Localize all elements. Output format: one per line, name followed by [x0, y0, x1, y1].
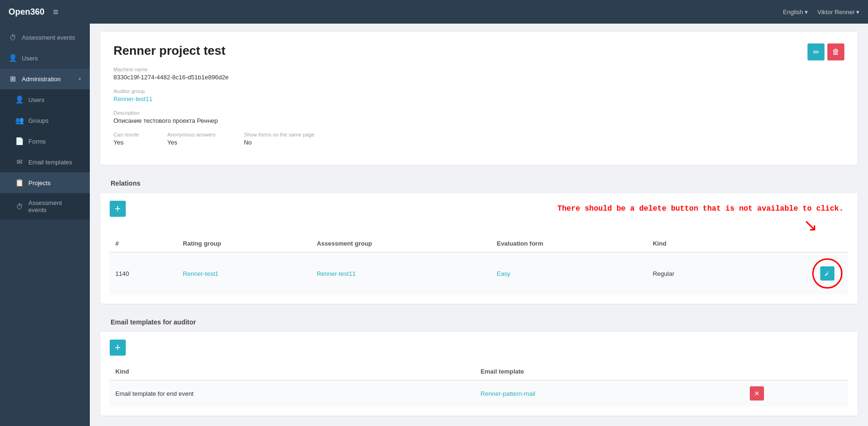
cell-row-actions	[736, 252, 848, 294]
col-email-template: Email template	[475, 363, 744, 380]
cell-evaluation-form[interactable]: Easy	[491, 252, 647, 294]
user-label: Viktor Renner	[817, 9, 855, 16]
can-revote-label: Can revote	[113, 132, 139, 137]
sidebar-item-forms-sub[interactable]: 📄 Forms	[0, 131, 90, 152]
col-hash: #	[110, 235, 177, 252]
user-menu[interactable]: Viktor Renner ▾	[817, 9, 859, 16]
sidebar-item-label: Users	[28, 96, 81, 103]
document-icon: 📄	[15, 137, 24, 145]
add-email-template-button[interactable]: +	[110, 340, 126, 356]
page-title: Renner project test	[113, 43, 226, 58]
grid-icon: ⊞	[9, 75, 17, 83]
col-kind: Kind	[110, 363, 475, 380]
chevron-down-icon: ▾	[78, 76, 81, 82]
col-assessment-group: Assessment group	[311, 235, 491, 252]
clock-icon: ⏱	[9, 34, 17, 42]
edit-project-button[interactable]: ✏	[807, 43, 825, 60]
show-forms-value: No	[244, 139, 314, 146]
relations-table: # Rating group Assessment group Evaluati…	[110, 235, 848, 294]
user-icon: 👤	[9, 54, 17, 62]
can-revote-value: Yes	[113, 139, 139, 146]
edit-relation-button[interactable]	[820, 266, 834, 281]
show-forms-label: Show forms on the same page	[244, 132, 314, 137]
project-actions: ✏ 🗑	[807, 43, 844, 60]
table-row: 1140 Renner-test1 Renner-test11 Easy Reg…	[110, 252, 848, 294]
col-actions	[736, 235, 848, 252]
language-selector[interactable]: English ▾	[783, 9, 808, 16]
language-arrow-icon: ▾	[805, 9, 808, 16]
col-evaluation-form: Evaluation form	[491, 235, 647, 252]
email-icon: ✉	[15, 158, 24, 166]
sidebar-item-projects-sub[interactable]: 📋 Projects	[0, 172, 90, 193]
cell-kind: Regular	[647, 252, 736, 294]
project-card: Renner project test ✏ 🗑 Machine name 833…	[100, 32, 858, 165]
language-label: English	[783, 9, 803, 16]
sidebar-item-label: Assessment events	[28, 199, 81, 213]
sidebar-item-label: Assessment events	[22, 34, 81, 41]
sidebar-item-label: Users	[22, 55, 81, 62]
sidebar-item-label: Groups	[28, 117, 81, 124]
description-label: Description	[113, 110, 844, 116]
col-actions	[744, 363, 848, 380]
sidebar-item-assessment-events-sub[interactable]: ⏱ Assessment events	[0, 193, 90, 220]
relations-section-header: Relations	[100, 173, 858, 193]
sidebar-item-label: Forms	[28, 138, 81, 145]
email-templates-section-card: + Kind Email template Email template for…	[100, 332, 858, 416]
cell-actions: ✕	[744, 380, 848, 406]
sidebar-item-label: Projects	[28, 179, 81, 187]
sidebar: ⏱ Assessment events 👤 Users ⊞ Administra…	[0, 24, 90, 426]
user-arrow-icon: ▾	[856, 9, 859, 16]
sidebar-item-label: Administration	[22, 76, 74, 83]
anonymous-answers-value: Yes	[167, 139, 216, 146]
delete-email-template-button[interactable]: ✕	[750, 386, 764, 400]
annotation-text: There should be a delete button that is …	[557, 201, 843, 215]
sidebar-item-assessment-events-top[interactable]: ⏱ Assessment events	[0, 27, 90, 48]
col-rating-group: Rating group	[177, 235, 311, 252]
auditor-group-value[interactable]: Renner-test11	[113, 95, 844, 102]
anonymous-answers-label: Anonymous answers	[167, 132, 216, 137]
user-icon: 👤	[15, 95, 24, 104]
cell-rating-group[interactable]: Renner-test1	[177, 252, 311, 294]
cell-kind: Email template for end event	[110, 380, 475, 406]
email-templates-table: Kind Email template Email template for e…	[110, 363, 848, 406]
sidebar-item-administration[interactable]: ⊞ Administration ▾	[0, 68, 90, 89]
annotation-arrow-icon: ↘	[557, 215, 843, 235]
main-content: Renner project test ✏ 🗑 Machine name 833…	[90, 24, 868, 426]
table-row: Email template for end event Renner-patt…	[110, 380, 848, 406]
sidebar-item-users-top[interactable]: 👤 Users	[0, 48, 90, 68]
cell-template-value[interactable]: Renner-pattern-mail	[475, 380, 744, 406]
cell-id: 1140	[110, 252, 177, 294]
col-kind: Kind	[647, 235, 736, 252]
relations-section-card: + There should be a delete button that i…	[100, 193, 858, 304]
auditor-group-label: Auditor group	[113, 88, 844, 94]
topbar: Open360 ≡ English ▾ Viktor Renner ▾	[0, 0, 868, 24]
app-logo: Open360	[9, 7, 44, 17]
sidebar-item-email-templates-sub[interactable]: ✉ Email templates	[0, 152, 90, 172]
machine-name-label: Machine name	[113, 67, 844, 72]
clipboard-icon: 📋	[15, 179, 24, 187]
machine-name-value: 8330c19f-1274-4482-8c16-d51b1e896d2e	[113, 74, 844, 81]
users-icon: 👥	[15, 116, 24, 125]
clock-icon: ⏱	[15, 203, 24, 211]
sidebar-item-label: Email templates	[28, 159, 81, 166]
email-templates-section-header: Email templates for auditor	[100, 312, 858, 332]
description-value: Описание тестового проекта Реннер	[113, 117, 844, 124]
sidebar-item-users-sub[interactable]: 👤 Users	[0, 89, 90, 110]
sidebar-item-groups-sub[interactable]: 👥 Groups	[0, 110, 90, 131]
hamburger-icon[interactable]: ≡	[53, 7, 59, 17]
add-relation-button[interactable]: +	[110, 201, 126, 217]
cell-assessment-group[interactable]: Renner-test11	[311, 252, 491, 294]
delete-project-button[interactable]: 🗑	[827, 43, 844, 60]
